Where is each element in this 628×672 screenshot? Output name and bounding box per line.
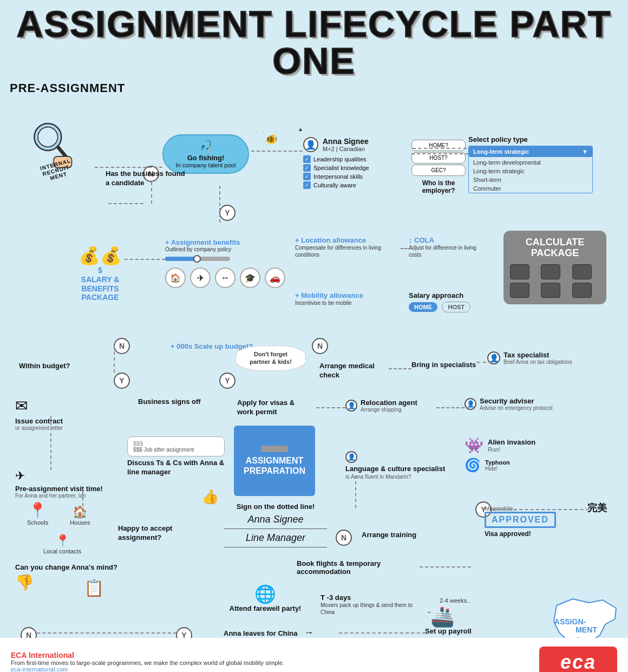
- anna-details: M+2 | Canadian: [323, 146, 369, 152]
- discuss-box: $$$ $$$ Job after assignment Discuss Ts …: [127, 436, 225, 477]
- medical-box: Arrange medical check: [319, 362, 384, 380]
- calculate-package-box: CALCULATE PACKAGE: [503, 231, 606, 304]
- tax-title: Tax specialist: [503, 351, 572, 359]
- y-circle-1: Y: [219, 205, 236, 221]
- security-title: Security adviser: [480, 397, 553, 405]
- n-circle-budget: N: [114, 338, 130, 354]
- checklist-item-1: ✓ Leadership qualities: [303, 155, 411, 163]
- tax-subtitle: Brief Anna on tax obligations: [503, 359, 572, 365]
- pre-assignment-label: PRE-ASSIGNMENT: [10, 81, 628, 95]
- reloc-person-icon: 👤: [345, 400, 357, 412]
- transfer-benefit-icon: ↔: [215, 268, 236, 288]
- calc-btn-2[interactable]: [541, 264, 560, 279]
- calc-btn-4[interactable]: [510, 283, 529, 298]
- happy-box: Happy to accept assignment?: [118, 524, 205, 543]
- location-title: + Location allowance: [295, 236, 398, 244]
- map-pin-local-icon: 📍: [43, 534, 81, 548]
- visa-approved-label: Visa approved!: [485, 530, 571, 538]
- go-fishing-label: Go fishing!: [173, 154, 238, 162]
- clipboard-clip: [261, 446, 288, 452]
- location-subtitle: Compensate for differences in living con…: [295, 244, 398, 258]
- policy-option-2[interactable]: Long-term strategic: [469, 167, 592, 175]
- flow-line-17: [37, 632, 176, 634]
- policy-option-3[interactable]: Short-term: [469, 175, 592, 184]
- dashed-vert-1: [151, 182, 152, 204]
- y-circle-budget: Y: [114, 373, 130, 389]
- footer-website[interactable]: eca-international.com: [11, 666, 328, 672]
- change-mind-box: Can you change Anna's mind? 👎: [15, 563, 123, 591]
- slider-bar[interactable]: [165, 257, 230, 261]
- policy-selected[interactable]: Long-term strategic ▼: [469, 146, 592, 157]
- host-approach-btn[interactable]: HOST: [442, 302, 470, 312]
- salary-approach-box: Salary approach HOME HOST: [409, 291, 490, 312]
- t3days-subtitle: Movers pack up things & send them to Chi…: [320, 602, 423, 616]
- checklist-item-2: ✓ Specialist knowledge: [303, 164, 411, 172]
- flow-line-10: [50, 416, 51, 470]
- training-box: Arrange training: [362, 530, 437, 539]
- t3days-title: T -3 days: [320, 593, 423, 602]
- eca-logo: eca INTERNATIONAL: [539, 647, 617, 672]
- car-benefit-icon: 🚗: [265, 268, 285, 288]
- flow-line-7: [114, 345, 115, 373]
- policy-title: Select policy type: [468, 135, 593, 143]
- fish-icon: 🐠: [265, 133, 277, 145]
- local-contacts-label: Local contacts: [43, 548, 81, 554]
- alien-run: Run!: [488, 446, 535, 453]
- dashed-line-anna-policy: [411, 153, 468, 154]
- relocation-box: 👤 Relocation agent Arrange shipping: [345, 399, 432, 413]
- alien-icon: 👾: [465, 436, 483, 454]
- flights-box: Book flights & temporary accommodation: [297, 559, 416, 576]
- plane-icon: ✈: [15, 469, 123, 483]
- houses-label: Houses: [70, 519, 90, 526]
- sign-box: Sign on the dotted line! Anna Signee Lin…: [224, 503, 327, 551]
- calc-btn-3[interactable]: [572, 264, 592, 279]
- policy-option-4[interactable]: Commuter: [469, 184, 592, 193]
- signature-anna: Anna Signee: [224, 514, 327, 529]
- slider-thumb: [193, 255, 201, 263]
- mobility-title: + Mobility allowance: [295, 291, 398, 299]
- benefits-icons-row: 🏠 ✈ ↔ 🎓 🚗: [165, 268, 285, 288]
- footer-tagline: From first-time moves to large-scale pro…: [11, 660, 328, 666]
- footer: ECA International From first-time moves …: [0, 638, 628, 672]
- checklist-item-3: ✓ Interpersonal skills: [303, 173, 411, 180]
- check-icon-2: ✓: [303, 164, 311, 172]
- flow-line-16: [82, 492, 83, 518]
- flow-line-18: [420, 566, 471, 567]
- flow-line-3: [413, 148, 467, 149]
- home-approach-btn[interactable]: HOME: [409, 302, 437, 312]
- change-mind-title: Can you change Anna's mind?: [15, 563, 123, 571]
- typhoon-icon: 🌀: [465, 458, 481, 473]
- mobility-box: + Mobility allowance Incentivise to be m…: [295, 291, 398, 306]
- globe-icon: 🌐: [222, 584, 309, 604]
- lang-title: Language & culture specialist: [345, 465, 448, 474]
- salary-box: 💰💰 $SALARY &BENEFITSPACKAGE: [62, 245, 138, 302]
- visas-box: Apply for visas & work permit: [237, 399, 313, 417]
- flow-line-11: [316, 407, 345, 408]
- calc-btn-1[interactable]: [510, 264, 529, 279]
- security-box: 👤 Security adviser Advise on emergency p…: [465, 397, 573, 411]
- cola-box: ↕ COLA Adjust for difference in living c…: [409, 236, 490, 258]
- flow-line-13: [355, 475, 356, 508]
- go-fishing-bubble: 🎣 Go fishing! In company talent pool: [162, 134, 249, 174]
- main-title: ASSIGNMENT LIFECYCLE PART ONE: [0, 0, 628, 79]
- thumbs-down-icon: 👎: [15, 573, 123, 591]
- cola-title: ↕ COLA: [409, 236, 490, 244]
- cola-subtitle: Adjust for difference in living costs: [409, 244, 490, 258]
- calc-btn-5[interactable]: [541, 283, 560, 298]
- policy-box: Select policy type Long-term strategic ▼…: [468, 135, 593, 193]
- footer-company: ECA International: [11, 651, 328, 660]
- specialists-box: Bring in specialists: [411, 361, 476, 369]
- anna-checklist: ✓ Leadership qualities ✓ Specialist know…: [303, 155, 411, 189]
- clipboard-title: ASSIGNMENT PREPARATION: [239, 455, 310, 476]
- flow-line-19: [428, 612, 430, 613]
- flow-line-1: [95, 167, 162, 168]
- eca-logo-text: eca: [560, 651, 596, 672]
- benefits-box: + Assignment benefits Outlined by compan…: [165, 238, 252, 261]
- check-icon-1: ✓: [303, 155, 311, 163]
- dashed-horiz-1: [108, 203, 143, 204]
- policy-option-1[interactable]: Long-term developmental: [469, 158, 592, 167]
- anna-person-icon: 👤: [303, 137, 318, 152]
- flow-line-6: [401, 248, 411, 249]
- schools-houses-area: 📍 Schools 🏠 Houses: [27, 501, 90, 526]
- calc-btn-6[interactable]: [572, 283, 592, 298]
